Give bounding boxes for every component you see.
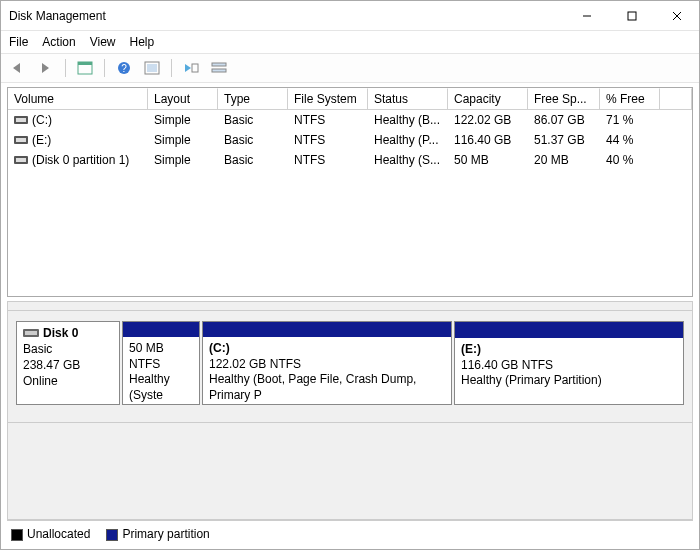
disk-icon xyxy=(23,327,39,339)
refresh-icon xyxy=(144,61,160,75)
col-layout[interactable]: Layout xyxy=(148,88,218,109)
volume-fs: NTFS xyxy=(288,110,368,130)
refresh-button[interactable] xyxy=(141,58,163,78)
volume-name: (E:) xyxy=(32,133,51,147)
menu-file[interactable]: File xyxy=(9,35,28,49)
svg-marker-5 xyxy=(42,63,49,73)
col-type[interactable]: Type xyxy=(218,88,288,109)
volume-capacity: 116.40 GB xyxy=(448,130,528,150)
svg-rect-21 xyxy=(16,158,26,162)
forward-button[interactable] xyxy=(35,58,57,78)
volume-layout: Simple xyxy=(148,130,218,150)
svg-rect-23 xyxy=(25,331,37,335)
partition-name: (E:) xyxy=(461,342,677,358)
volume-layout: Simple xyxy=(148,110,218,130)
volume-list-pane: Volume Layout Type File System Status Ca… xyxy=(7,87,693,297)
disk-map-pane: Disk 0 Basic 238.47 GB Online 50 MB NTFS… xyxy=(7,311,693,423)
menu-help[interactable]: Help xyxy=(130,35,155,49)
legend-primary: Primary partition xyxy=(106,527,209,541)
col-volume[interactable]: Volume xyxy=(8,88,148,109)
disk-info-box[interactable]: Disk 0 Basic 238.47 GB Online xyxy=(16,321,120,405)
partition-status: Healthy (Syste xyxy=(129,372,193,403)
volume-type: Basic xyxy=(218,110,288,130)
titlebar: Disk Management xyxy=(1,1,699,31)
drive-icon xyxy=(14,135,28,145)
detail-icon xyxy=(211,61,227,75)
col-status[interactable]: Status xyxy=(368,88,448,109)
col-tail[interactable] xyxy=(660,88,692,109)
svg-text:?: ? xyxy=(121,63,127,74)
toolbar-separator xyxy=(171,59,172,77)
legend-unallocated: Unallocated xyxy=(11,527,90,541)
legend: Unallocated Primary partition xyxy=(7,520,693,543)
col-file-system[interactable]: File System xyxy=(288,88,368,109)
disk-management-window: Disk Management File Action View Help ? xyxy=(0,0,700,550)
svg-rect-11 xyxy=(147,64,157,72)
volume-pctfree: 44 % xyxy=(600,130,660,150)
svg-rect-7 xyxy=(78,62,92,65)
partition-box[interactable]: (C:)122.02 GB NTFSHealthy (Boot, Page Fi… xyxy=(202,321,452,405)
volume-pctfree: 40 % xyxy=(600,150,660,170)
maximize-button[interactable] xyxy=(609,1,654,31)
svg-marker-12 xyxy=(185,64,191,72)
col-free-space[interactable]: Free Sp... xyxy=(528,88,600,109)
back-arrow-icon xyxy=(11,62,25,74)
svg-rect-14 xyxy=(212,63,226,66)
col-pct-free[interactable]: % Free xyxy=(600,88,660,109)
settings-button[interactable] xyxy=(180,58,202,78)
volume-row[interactable]: (Disk 0 partition 1)SimpleBasicNTFSHealt… xyxy=(8,150,692,170)
partition-status: Healthy (Boot, Page File, Crash Dump, Pr… xyxy=(209,372,445,403)
disk-type: Basic xyxy=(23,342,113,356)
volume-name: (Disk 0 partition 1) xyxy=(32,153,129,167)
toolbar-separator xyxy=(65,59,66,77)
volume-capacity: 50 MB xyxy=(448,150,528,170)
detail-button[interactable] xyxy=(208,58,230,78)
volume-type: Basic xyxy=(218,150,288,170)
volume-capacity: 122.02 GB xyxy=(448,110,528,130)
minimize-button[interactable] xyxy=(564,1,609,31)
disk-size: 238.47 GB xyxy=(23,358,113,372)
partition-box[interactable]: (E:)116.40 GB NTFSHealthy (Primary Parti… xyxy=(454,321,684,405)
toolbar-separator xyxy=(104,59,105,77)
partition-header-bar xyxy=(455,322,683,338)
volume-free: 20 MB xyxy=(528,150,600,170)
partition-status: Healthy (Primary Partition) xyxy=(461,373,677,389)
partition-header-bar xyxy=(203,322,451,337)
volume-list-body[interactable]: (C:)SimpleBasicNTFSHealthy (B...122.02 G… xyxy=(8,110,692,296)
partition-box[interactable]: 50 MB NTFSHealthy (Syste xyxy=(122,321,200,405)
close-button[interactable] xyxy=(654,1,699,31)
help-icon: ? xyxy=(117,61,131,75)
forward-arrow-icon xyxy=(39,62,53,74)
menu-action[interactable]: Action xyxy=(42,35,75,49)
volume-fs: NTFS xyxy=(288,150,368,170)
disk-status: Online xyxy=(23,374,113,388)
volume-row[interactable]: (C:)SimpleBasicNTFSHealthy (B...122.02 G… xyxy=(8,110,692,130)
volume-name: (C:) xyxy=(32,113,52,127)
show-hide-tree-button[interactable] xyxy=(74,58,96,78)
drive-icon xyxy=(14,115,28,125)
svg-rect-1 xyxy=(628,12,636,20)
window-title: Disk Management xyxy=(9,9,564,23)
swatch-unallocated-icon xyxy=(11,529,23,541)
partition-size: 50 MB NTFS xyxy=(129,341,193,372)
volume-pctfree: 71 % xyxy=(600,110,660,130)
svg-rect-13 xyxy=(192,64,198,72)
drive-icon xyxy=(14,155,28,165)
partition-header-bar xyxy=(123,322,199,337)
back-button[interactable] xyxy=(7,58,29,78)
volume-layout: Simple xyxy=(148,150,218,170)
svg-rect-17 xyxy=(16,118,26,122)
volume-row[interactable]: (E:)SimpleBasicNTFSHealthy (P...116.40 G… xyxy=(8,130,692,150)
close-icon xyxy=(672,11,682,21)
volume-list-header: Volume Layout Type File System Status Ca… xyxy=(8,88,692,110)
disk-row: Disk 0 Basic 238.47 GB Online 50 MB NTFS… xyxy=(16,321,684,405)
menu-view[interactable]: View xyxy=(90,35,116,49)
swatch-primary-icon xyxy=(106,529,118,541)
pane-splitter[interactable] xyxy=(7,301,693,311)
col-capacity[interactable]: Capacity xyxy=(448,88,528,109)
partition-area: 50 MB NTFSHealthy (Syste(C:)122.02 GB NT… xyxy=(122,321,684,405)
help-button[interactable]: ? xyxy=(113,58,135,78)
volume-status: Healthy (B... xyxy=(368,110,448,130)
minimize-icon xyxy=(582,11,592,21)
partition-size: 122.02 GB NTFS xyxy=(209,357,445,373)
